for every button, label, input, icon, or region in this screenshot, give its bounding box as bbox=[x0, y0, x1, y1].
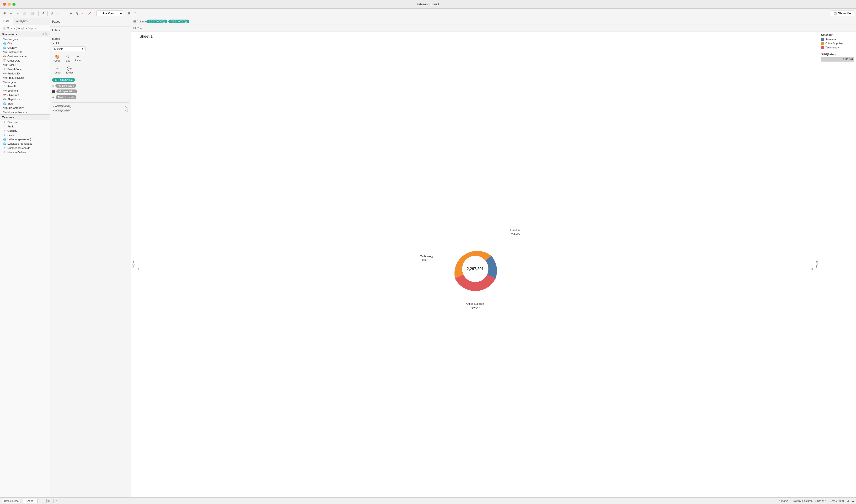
agg-row2: ▾ AGG(AVG(0)) bbox=[52, 108, 129, 113]
size-button[interactable]: ⊙ Size bbox=[63, 53, 72, 63]
dim-ship-date[interactable]: 📅 Ship Date bbox=[0, 93, 50, 97]
sort-desc-button[interactable]: ↓ bbox=[61, 11, 65, 16]
dim-label: Sub-Category bbox=[7, 106, 24, 109]
home-button[interactable]: ⊞ bbox=[2, 11, 7, 16]
color-button[interactable]: 🎨 Color bbox=[52, 53, 63, 63]
technology-color-swatch bbox=[821, 46, 824, 49]
grid-button[interactable]: ⊞ bbox=[127, 11, 132, 16]
dim-segment[interactable]: Abc Segment bbox=[0, 89, 50, 93]
panel-options[interactable]: ··· bbox=[46, 18, 50, 25]
data-source-tab[interactable]: Data Source bbox=[2, 499, 21, 503]
marks-icons-row2: ⋯ Detail 💬 Tooltip bbox=[52, 65, 129, 75]
multi-fields-pill2-row: ⬛ Multiple fields bbox=[52, 89, 129, 94]
agg-label2: AGG(AVG(0)) bbox=[55, 109, 71, 112]
sort-asc-button[interactable]: ↑ bbox=[55, 11, 60, 16]
add-sheet-button[interactable]: + bbox=[40, 499, 44, 503]
view-dropdown[interactable]: Entire View bbox=[97, 11, 123, 16]
forward-button[interactable]: → bbox=[15, 11, 20, 16]
show-me-button[interactable]: ▤ Show Me bbox=[831, 10, 854, 16]
multi-fields-pill1[interactable]: Multiple fields bbox=[55, 84, 76, 88]
save-as-button[interactable]: ⬜↓ bbox=[29, 11, 37, 16]
sum-sales-bar: 2,297,201 bbox=[821, 57, 854, 61]
swap-button[interactable]: ⇄ bbox=[49, 11, 54, 16]
marks-type-dropdown[interactable]: Multiple ▾ bbox=[52, 46, 86, 51]
dim-order-date[interactable]: 📅 Order Date bbox=[0, 58, 50, 63]
dim-category[interactable]: Abc Category bbox=[0, 37, 50, 41]
maximize-button[interactable] bbox=[13, 3, 16, 6]
undo-button[interactable]: ↺ bbox=[40, 11, 46, 16]
data-source-row[interactable]: 📊 Orders (Sample - Supers... bbox=[0, 25, 50, 31]
meas-num-records[interactable]: # Number of Records bbox=[0, 146, 50, 150]
divider3 bbox=[67, 11, 67, 16]
share-button[interactable]: ⤴ bbox=[133, 11, 137, 16]
columns-icon: ⊟ bbox=[133, 20, 136, 23]
globe-icon: 🌐 bbox=[3, 102, 6, 105]
label-button[interactable]: ≡ Label bbox=[73, 53, 83, 63]
dim-customer-name[interactable]: Abc Customer Name bbox=[0, 54, 50, 58]
dim-product-name[interactable]: Abc Product Name bbox=[0, 76, 50, 80]
close-button[interactable] bbox=[3, 3, 6, 6]
dim-postal-code[interactable]: # Postal Code bbox=[0, 67, 50, 71]
dim-country[interactable]: 🌐 Country bbox=[0, 46, 50, 50]
multi-fields-pill3[interactable]: Multiple fields bbox=[56, 95, 76, 99]
status-info: 4 marks 1 row by 1 column SUM of AGG(AVG… bbox=[779, 499, 854, 502]
box-button[interactable]: □ bbox=[81, 11, 86, 16]
color-icon: 🎨 bbox=[55, 54, 60, 59]
dim-product-id[interactable]: Abc Product ID bbox=[0, 71, 50, 76]
format-button[interactable]: A bbox=[69, 11, 73, 16]
search-icon[interactable]: 🔍 bbox=[45, 33, 48, 36]
dimensions-list: Abc Category 🌐 City 🌐 Country Abc Custom… bbox=[0, 37, 50, 114]
dim-label: State bbox=[7, 102, 14, 105]
sum-sales-pill[interactable]: ⊞ SUM(Sales) bbox=[52, 78, 75, 82]
detail-button[interactable]: ⋯ Detail bbox=[52, 65, 63, 75]
dim-label: Ship Date bbox=[7, 93, 19, 96]
sum-agg-info: SUM of AGG(AVG(0)): 0 bbox=[816, 500, 844, 502]
link-button[interactable]: ⛓ bbox=[74, 11, 80, 16]
columns-pill1[interactable]: AGG(AVG(0)) bbox=[146, 20, 168, 23]
meas-measure-values[interactable]: # Measure Values bbox=[0, 150, 50, 155]
export-sheet-button[interactable]: ↗ bbox=[53, 499, 58, 503]
meas-longitude[interactable]: 🌐 Longitude (generated) bbox=[0, 142, 50, 146]
meas-quantity[interactable]: # Quantity bbox=[0, 129, 50, 133]
meas-discount[interactable]: # Discount bbox=[0, 120, 50, 124]
dim-state[interactable]: 🌐 State bbox=[0, 102, 50, 106]
color-dot-icon: ⬛ bbox=[52, 90, 55, 93]
pin-button[interactable]: 📌 bbox=[86, 11, 93, 16]
back-button[interactable]: ← bbox=[8, 11, 14, 16]
grid-icon[interactable]: ⊞ bbox=[42, 33, 44, 36]
main-layout: Data Analytics ··· 📊 Orders (Sample - Su… bbox=[0, 18, 856, 497]
dim-row-id[interactable]: # Row ID bbox=[0, 84, 50, 89]
tooltip-button[interactable]: 💬 Tooltip bbox=[64, 65, 75, 75]
columns-pill2[interactable]: AGG(AVG(0)) bbox=[169, 20, 189, 23]
dim-city[interactable]: 🌐 City bbox=[0, 41, 50, 46]
layout-grid-icon[interactable]: ⊞ bbox=[847, 499, 849, 502]
meas-latitude[interactable]: 🌐 Latitude (generated) bbox=[0, 137, 50, 142]
layout-list-icon[interactable]: ☰ bbox=[852, 499, 854, 502]
dim-measure-names[interactable]: Abc Measure Names bbox=[0, 110, 50, 114]
dim-customer-id[interactable]: Abc Customer ID bbox=[0, 50, 50, 54]
tooltip-label: Tooltip bbox=[66, 71, 73, 74]
minimize-button[interactable] bbox=[7, 3, 11, 6]
dim-region[interactable]: Abc Region bbox=[0, 80, 50, 84]
dim-ship-mode[interactable]: Abc Ship Mode bbox=[0, 97, 50, 102]
marks-dropdown-value: Multiple bbox=[54, 48, 63, 50]
dim-label: Region bbox=[7, 80, 16, 84]
shape-icon: ◈ bbox=[52, 85, 54, 87]
divider1 bbox=[38, 11, 39, 16]
duplicate-sheet-button[interactable]: ⧉ bbox=[46, 499, 51, 503]
tab-data[interactable]: Data bbox=[0, 18, 13, 25]
sheet1-tab[interactable]: Sheet 1 bbox=[23, 499, 37, 503]
dim-sub-category[interactable]: Abc Sub-Category bbox=[0, 106, 50, 110]
dim-order-id[interactable]: Abc Order ID bbox=[0, 63, 50, 67]
marks-label: Marks bbox=[52, 37, 129, 40]
dim-label: Order ID bbox=[7, 64, 17, 66]
category-legend-title: Category bbox=[821, 33, 854, 36]
zero-label-right: 0 bbox=[811, 268, 813, 270]
meas-sales[interactable]: # Sales bbox=[0, 133, 50, 137]
multi-fields-pill2[interactable]: Multiple fields bbox=[56, 89, 77, 93]
tab-analytics[interactable]: Analytics bbox=[13, 18, 31, 25]
donut-center-value: 2,297,201 bbox=[467, 267, 484, 271]
meas-profit[interactable]: # Profit bbox=[0, 124, 50, 129]
dim-label: Product ID bbox=[7, 72, 20, 75]
save-button[interactable]: ⬜ bbox=[21, 11, 28, 16]
